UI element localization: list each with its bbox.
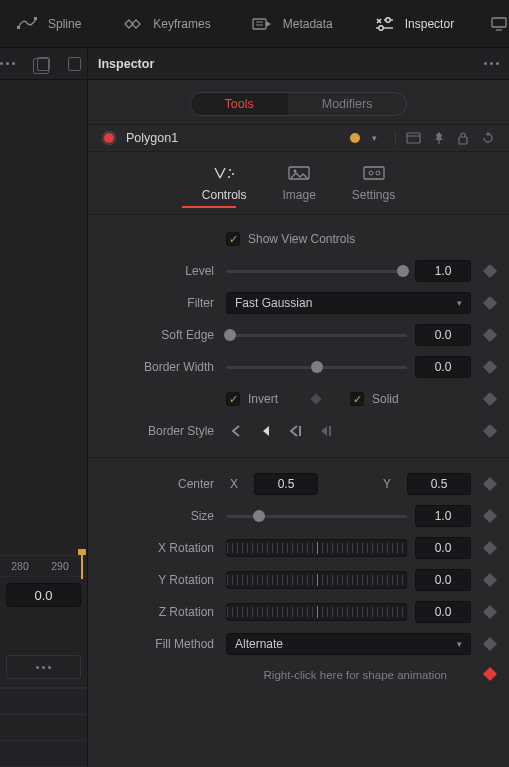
tab-spline[interactable]: Spline — [6, 9, 91, 39]
playhead[interactable] — [81, 553, 83, 579]
reset-icon[interactable] — [481, 131, 495, 145]
version-dot-icon[interactable] — [350, 133, 360, 143]
filter-keyframe-icon[interactable] — [483, 296, 497, 310]
center-x-label: X — [226, 477, 246, 491]
level-label: Level — [102, 264, 218, 278]
svg-point-23 — [369, 171, 373, 175]
size-slider[interactable] — [226, 515, 407, 518]
layout-split-icon[interactable] — [37, 57, 50, 71]
border-width-keyframe-icon[interactable] — [483, 360, 497, 374]
keyframes-icon — [121, 15, 143, 33]
ruler-tick: 280 — [0, 560, 40, 572]
track-area[interactable] — [0, 687, 87, 767]
chevron-down-icon[interactable]: ▾ — [372, 133, 377, 143]
layout-single-icon[interactable] — [68, 57, 81, 71]
size-label: Size — [102, 509, 218, 523]
center-y-label: Y — [379, 477, 399, 491]
size-value[interactable]: 1.0 — [415, 505, 471, 527]
svg-point-24 — [376, 171, 380, 175]
soft-edge-value[interactable]: 0.0 — [415, 324, 471, 346]
spline-icon — [16, 15, 38, 33]
panel-options-icon[interactable] — [484, 62, 499, 65]
x-rotation-value[interactable]: 0.0 — [415, 537, 471, 559]
svg-point-17 — [229, 169, 231, 171]
svg-point-8 — [379, 25, 383, 29]
show-view-controls-checkbox[interactable] — [226, 232, 240, 246]
level-value[interactable]: 1.0 — [415, 260, 471, 282]
subtab-settings[interactable]: Settings — [352, 164, 395, 202]
options-menu-icon[interactable] — [0, 62, 15, 65]
center-x-value[interactable]: 0.5 — [254, 473, 318, 495]
fill-method-select[interactable]: Alternate ▾ — [226, 633, 471, 655]
fill-method-keyframe-icon[interactable] — [483, 637, 497, 651]
tab-label: Metadata — [283, 17, 333, 31]
inspector-icon — [373, 15, 395, 33]
z-rotation-dial[interactable] — [226, 603, 407, 621]
level-slider[interactable] — [226, 270, 407, 273]
center-keyframe-icon[interactable] — [483, 477, 497, 491]
border-width-value[interactable]: 0.0 — [415, 356, 471, 378]
segment-modifiers[interactable]: Modifiers — [288, 93, 407, 115]
tab-label: Spline — [48, 17, 81, 31]
level-keyframe-icon[interactable] — [483, 264, 497, 278]
soft-edge-slider[interactable] — [226, 334, 407, 337]
fill-method-label: Fill Method — [102, 637, 218, 651]
node-name[interactable]: Polygon1 — [126, 131, 340, 145]
subtab-label: Settings — [352, 188, 395, 202]
border-style-4-icon[interactable] — [316, 421, 336, 441]
left-options-button[interactable] — [6, 655, 81, 679]
shape-animation-keyframe-icon[interactable] — [483, 667, 497, 681]
segment-tools[interactable]: Tools — [191, 93, 288, 115]
timeline-ruler[interactable]: 280 290 — [0, 555, 87, 577]
svg-rect-0 — [17, 26, 20, 29]
shape-animation-hint[interactable]: Right-click here for shape animation — [264, 667, 471, 681]
window-icon[interactable] — [406, 132, 421, 144]
panel-title: Inspector — [98, 57, 154, 71]
show-view-controls-label: Show View Controls — [248, 232, 355, 246]
border-style-3-icon[interactable] — [286, 421, 306, 441]
node-color-icon[interactable] — [102, 131, 116, 145]
y-rotation-dial[interactable] — [226, 571, 407, 589]
x-rotation-keyframe-icon[interactable] — [483, 541, 497, 555]
border-style-label: Border Style — [102, 424, 218, 438]
solid-keyframe-icon[interactable] — [483, 392, 497, 406]
monitor-icon — [488, 15, 509, 33]
center-y-value[interactable]: 0.5 — [407, 473, 471, 495]
tab-extra[interactable] — [484, 9, 509, 39]
invert-label: Invert — [248, 392, 298, 406]
fill-method-value: Alternate — [235, 637, 283, 651]
lock-icon[interactable] — [457, 131, 469, 145]
tab-keyframes[interactable]: Keyframes — [111, 9, 220, 39]
invert-keyframe-icon[interactable] — [310, 393, 321, 404]
subtab-image[interactable]: Image — [282, 164, 315, 202]
y-rotation-value[interactable]: 0.0 — [415, 569, 471, 591]
chevron-down-icon: ▾ — [457, 639, 462, 649]
border-style-2-icon[interactable] — [256, 421, 276, 441]
border-style-1-icon[interactable] — [226, 421, 246, 441]
filter-label: Filter — [102, 296, 218, 310]
solid-checkbox[interactable] — [350, 392, 364, 406]
tab-inspector[interactable]: Inspector — [363, 9, 464, 39]
border-style-keyframe-icon[interactable] — [483, 424, 497, 438]
z-rotation-value[interactable]: 0.0 — [415, 601, 471, 623]
y-rotation-label: Y Rotation — [102, 573, 218, 587]
subtab-controls[interactable]: Controls — [202, 164, 247, 202]
svg-rect-11 — [492, 18, 506, 27]
ruler-tick: 290 — [40, 560, 80, 572]
timeline-readout[interactable]: 0.0 — [6, 583, 81, 607]
x-rotation-dial[interactable] — [226, 539, 407, 557]
invert-checkbox[interactable] — [226, 392, 240, 406]
pin-icon[interactable] — [433, 131, 445, 145]
svg-rect-16 — [459, 137, 467, 144]
y-rotation-keyframe-icon[interactable] — [483, 573, 497, 587]
border-width-slider[interactable] — [226, 366, 407, 369]
filter-value: Fast Gaussian — [235, 296, 312, 310]
border-width-label: Border Width — [102, 360, 218, 374]
soft-edge-keyframe-icon[interactable] — [483, 328, 497, 342]
tab-metadata[interactable]: Metadata — [241, 9, 343, 39]
image-icon — [285, 164, 313, 182]
svg-rect-2 — [253, 19, 266, 29]
z-rotation-keyframe-icon[interactable] — [483, 605, 497, 619]
size-keyframe-icon[interactable] — [483, 509, 497, 523]
filter-select[interactable]: Fast Gaussian ▾ — [226, 292, 471, 314]
